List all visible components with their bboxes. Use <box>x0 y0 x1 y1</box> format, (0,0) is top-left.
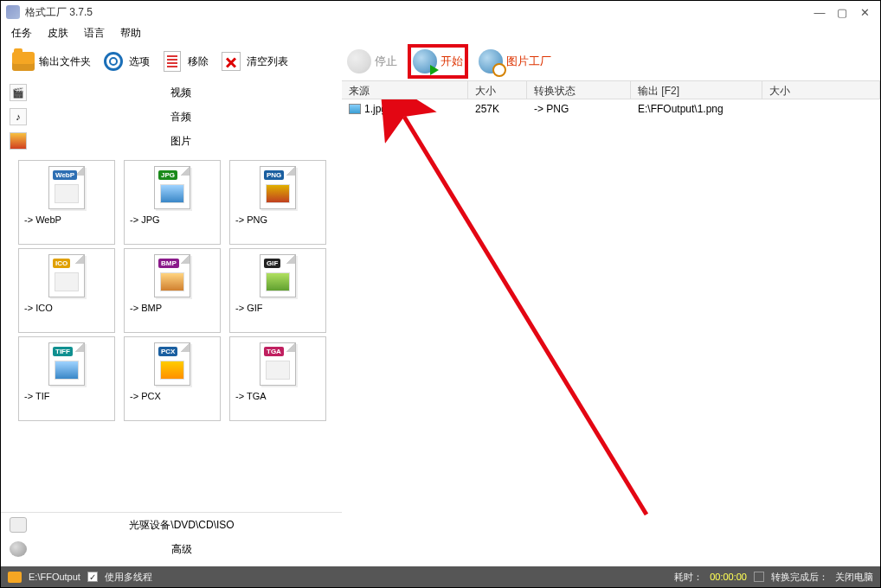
category-audio[interactable]: ♪ 音频 <box>1 105 342 129</box>
after-done-label: 转换完成后： <box>771 571 828 584</box>
stop-button[interactable]: 停止 <box>342 48 402 75</box>
format-bmp[interactable]: BMP-> BMP <box>124 248 221 333</box>
category-picture[interactable]: 图片 <box>1 129 342 153</box>
status-folder-icon[interactable] <box>8 572 22 583</box>
close-button[interactable]: ✕ <box>854 4 875 20</box>
svg-line-0 <box>404 117 646 514</box>
start-button[interactable]: 开始 <box>408 44 468 79</box>
gear-icon <box>104 52 123 71</box>
category-video[interactable]: 🎬 视频 <box>1 80 342 105</box>
clear-list-button[interactable]: 清空列表 <box>215 48 292 75</box>
col-size2[interactable]: 大小 <box>762 81 880 99</box>
after-done-value: 关闭电脑 <box>835 571 873 584</box>
format-gif[interactable]: GIF-> GIF <box>229 248 326 333</box>
format-pcx[interactable]: PCX-> PCX <box>124 336 221 421</box>
table-row[interactable]: 1.jpg257K-> PNGE:\FFOutput\1.png <box>342 99 880 118</box>
maximize-button[interactable]: ▢ <box>832 4 852 20</box>
table-body: 1.jpg257K-> PNGE:\FFOutput\1.png <box>342 99 880 561</box>
format-png[interactable]: PNG-> PNG <box>229 160 326 245</box>
after-done-checkbox[interactable] <box>754 572 764 582</box>
menubar: 任务 皮肤 语言 帮助 <box>1 23 880 42</box>
start-icon <box>413 49 437 74</box>
menu-lang[interactable]: 语言 <box>84 26 105 41</box>
picture-factory-button[interactable]: 图片工厂 <box>473 48 556 75</box>
remove-button[interactable]: 移除 <box>157 48 212 75</box>
minimize-button[interactable]: — <box>809 4 830 20</box>
video-icon: 🎬 <box>10 84 27 101</box>
picture-icon <box>10 132 27 150</box>
stop-icon <box>347 49 371 74</box>
format-jpg[interactable]: JPG-> JPG <box>124 160 221 245</box>
folder-icon <box>12 52 35 71</box>
category-advanced[interactable]: 高级 <box>1 537 342 561</box>
annotation-arrow <box>378 99 681 549</box>
options-button[interactable]: 选项 <box>98 48 153 75</box>
statusbar: E:\FFOutput ✓ 使用多线程 耗时： 00:00:00 转换完成后： … <box>1 566 880 587</box>
advanced-icon <box>10 541 27 557</box>
titlebar: 格式工厂 3.7.5 — ▢ ✕ <box>1 1 880 23</box>
col-size[interactable]: 大小 <box>468 81 527 99</box>
output-folder-button[interactable]: 输出文件夹 <box>8 48 94 75</box>
left-pane: 输出文件夹 选项 移除 清空列表 🎬 视频 ♪ 音频 图片 <box>1 42 342 561</box>
category-disc[interactable]: 光驱设备\DVD\CD\ISO <box>1 513 342 537</box>
clear-icon <box>222 52 241 71</box>
elapsed-value: 00:00:00 <box>710 572 747 582</box>
file-icon <box>349 104 361 114</box>
menu-task[interactable]: 任务 <box>11 26 32 41</box>
elapsed-label: 耗时： <box>674 571 703 584</box>
format-tga[interactable]: TGA-> TGA <box>229 336 326 421</box>
magnifier-icon <box>479 49 503 74</box>
format-ico[interactable]: ICO-> ICO <box>18 248 115 333</box>
menu-help[interactable]: 帮助 <box>120 26 141 41</box>
format-webp[interactable]: WebP-> WebP <box>18 160 115 245</box>
app-icon <box>6 5 20 19</box>
menu-skin[interactable]: 皮肤 <box>48 26 68 41</box>
col-source[interactable]: 来源 <box>342 81 468 99</box>
right-pane: 停止 开始 图片工厂 来源 大小 转换状态 输出 [F2] 大小 1.jpg25… <box>342 42 880 561</box>
disc-icon <box>10 517 27 533</box>
audio-icon: ♪ <box>10 108 27 125</box>
app-title: 格式工厂 3.7.5 <box>25 5 93 20</box>
multithread-checkbox[interactable]: ✓ <box>87 572 98 582</box>
multithread-label: 使用多线程 <box>105 571 152 584</box>
left-toolbar: 输出文件夹 选项 移除 清空列表 <box>1 42 342 80</box>
right-toolbar: 停止 开始 图片工厂 <box>342 42 880 80</box>
remove-icon <box>164 51 181 72</box>
format-grid: WebP-> WebPJPG-> JPGPNG-> PNGICO-> ICOBM… <box>1 153 342 428</box>
col-state[interactable]: 转换状态 <box>527 81 631 99</box>
col-output[interactable]: 输出 [F2] <box>631 81 762 99</box>
status-output-path[interactable]: E:\FFOutput <box>29 572 80 582</box>
format-tiff[interactable]: TIFF-> TIF <box>18 336 115 421</box>
table-header: 来源 大小 转换状态 输出 [F2] 大小 <box>342 80 880 99</box>
